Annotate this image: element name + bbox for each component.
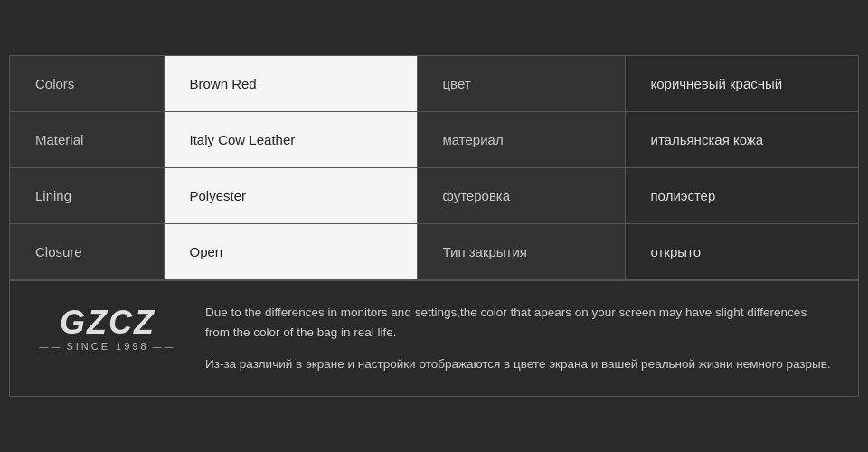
cell-value-en: Open: [164, 224, 417, 280]
table-row: MaterialItaly Cow Leatherматериалитальян…: [10, 112, 858, 168]
cell-label-ru: материал: [417, 112, 625, 168]
cell-label-en: Colors: [10, 56, 164, 112]
footer-section: GZCZ SINCE 1998 Due to the differences i…: [10, 280, 858, 396]
cell-value-en: Polyester: [164, 168, 417, 224]
cell-value-ru: коричневый красный: [625, 56, 858, 112]
specs-table: ColorsBrown Redцветкоричневый красныйMat…: [10, 56, 858, 280]
disclaimer-en: Due to the differences in monitors and s…: [205, 303, 833, 342]
cell-value-ru: полиэстер: [625, 168, 858, 224]
main-container: ColorsBrown Redцветкоричневый красныйMat…: [9, 55, 859, 397]
cell-label-en: Lining: [10, 168, 164, 224]
cell-value-ru: итальянская кожа: [625, 112, 858, 168]
cell-label-ru: футеровка: [417, 168, 625, 224]
table-row: ColorsBrown Redцветкоричневый красный: [10, 56, 858, 112]
brand-logo: GZCZ: [60, 306, 156, 339]
disclaimer-ru: Из-за различий в экране и настройки отоб…: [205, 354, 833, 374]
table-row: LiningPolyesterфутеровкаполиэстер: [10, 168, 858, 224]
cell-label-ru: Тип закрытия: [417, 224, 625, 280]
cell-label-ru: цвет: [417, 56, 625, 112]
footer-text: Due to the differences in monitors and s…: [205, 303, 833, 374]
brand-since: SINCE 1998: [39, 341, 175, 352]
cell-value-en: Italy Cow Leather: [164, 112, 417, 168]
cell-label-en: Closure: [10, 224, 164, 280]
cell-value-ru: открыто: [625, 224, 858, 280]
table-row: ClosureOpenТип закрытияоткрыто: [10, 224, 858, 280]
logo-area: GZCZ SINCE 1998: [35, 303, 180, 352]
cell-value-en: Brown Red: [164, 56, 417, 112]
cell-label-en: Material: [10, 112, 164, 168]
